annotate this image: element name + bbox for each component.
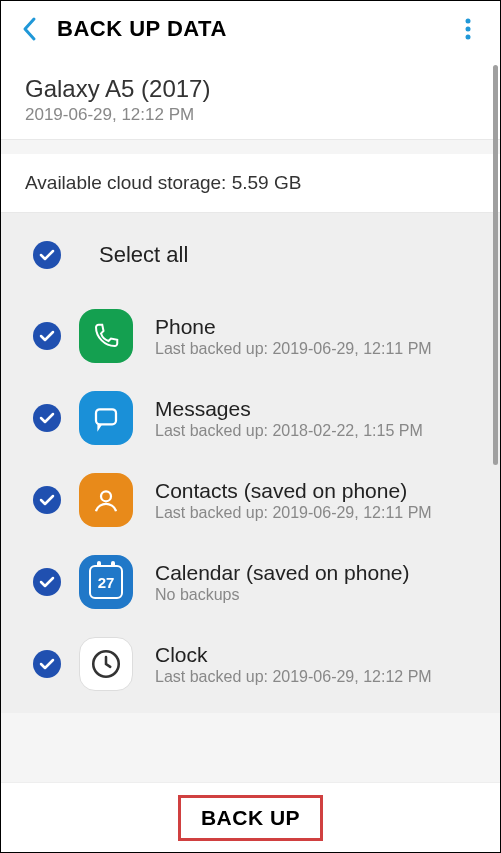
app-header: BACK UP DATA bbox=[1, 1, 500, 57]
list-item[interactable]: 27 Calendar (saved on phone) No backups bbox=[1, 541, 500, 623]
item-title: Messages bbox=[155, 397, 476, 421]
phone-icon bbox=[79, 309, 133, 363]
select-all-label: Select all bbox=[99, 242, 188, 268]
list-item[interactable]: Contacts (saved on phone) Last backed up… bbox=[1, 459, 500, 541]
item-text: Calendar (saved on phone) No backups bbox=[155, 561, 476, 604]
backup-list: Select all Phone Last backed up: 2019-06… bbox=[1, 213, 500, 713]
checkmark-icon bbox=[39, 658, 55, 670]
svg-point-0 bbox=[466, 19, 471, 24]
item-checkbox[interactable] bbox=[33, 404, 61, 432]
checkmark-icon bbox=[39, 249, 55, 261]
select-all-checkbox[interactable] bbox=[33, 241, 61, 269]
item-text: Messages Last backed up: 2018-02-22, 1:1… bbox=[155, 397, 476, 440]
item-subtitle: Last backed up: 2018-02-22, 1:15 PM bbox=[155, 422, 476, 440]
storage-label: Available cloud storage: 5.59 GB bbox=[25, 172, 301, 193]
storage-info: Available cloud storage: 5.59 GB bbox=[1, 154, 500, 213]
item-checkbox[interactable] bbox=[33, 486, 61, 514]
back-button[interactable] bbox=[9, 9, 49, 49]
item-checkbox[interactable] bbox=[33, 322, 61, 350]
item-checkbox[interactable] bbox=[33, 650, 61, 678]
clock-icon bbox=[79, 637, 133, 691]
list-item[interactable]: Phone Last backed up: 2019-06-29, 12:11 … bbox=[1, 295, 500, 377]
svg-rect-3 bbox=[96, 409, 116, 424]
scrollbar[interactable] bbox=[493, 65, 498, 465]
calendar-icon: 27 bbox=[79, 555, 133, 609]
list-item[interactable]: Clock Last backed up: 2019-06-29, 12:12 … bbox=[1, 623, 500, 705]
contacts-icon bbox=[79, 473, 133, 527]
svg-point-1 bbox=[466, 27, 471, 32]
footer: BACK UP bbox=[1, 782, 500, 852]
more-options-button[interactable] bbox=[448, 9, 488, 49]
item-title: Clock bbox=[155, 643, 476, 667]
backup-button-label: BACK UP bbox=[201, 806, 300, 829]
item-text: Clock Last backed up: 2019-06-29, 12:12 … bbox=[155, 643, 476, 686]
item-subtitle: Last backed up: 2019-06-29, 12:12 PM bbox=[155, 668, 476, 686]
checkmark-icon bbox=[39, 494, 55, 506]
item-subtitle: Last backed up: 2019-06-29, 12:11 PM bbox=[155, 340, 476, 358]
chevron-left-icon bbox=[20, 15, 38, 43]
more-vertical-icon bbox=[465, 18, 471, 40]
select-all-row[interactable]: Select all bbox=[1, 231, 500, 295]
checkmark-icon bbox=[39, 576, 55, 588]
list-item[interactable]: Messages Last backed up: 2018-02-22, 1:1… bbox=[1, 377, 500, 459]
item-text: Phone Last backed up: 2019-06-29, 12:11 … bbox=[155, 315, 476, 358]
item-subtitle: No backups bbox=[155, 586, 476, 604]
device-info: Galaxy A5 (2017) 2019-06-29, 12:12 PM bbox=[1, 57, 500, 140]
svg-point-4 bbox=[101, 491, 111, 501]
item-checkbox[interactable] bbox=[33, 568, 61, 596]
content-scroll[interactable]: Galaxy A5 (2017) 2019-06-29, 12:12 PM Av… bbox=[1, 57, 500, 782]
item-title: Contacts (saved on phone) bbox=[155, 479, 476, 503]
item-title: Phone bbox=[155, 315, 476, 339]
messages-icon bbox=[79, 391, 133, 445]
svg-point-2 bbox=[466, 35, 471, 40]
divider bbox=[1, 140, 500, 154]
item-title: Calendar (saved on phone) bbox=[155, 561, 476, 585]
backup-button[interactable]: BACK UP bbox=[178, 795, 323, 841]
device-timestamp: 2019-06-29, 12:12 PM bbox=[25, 105, 476, 125]
checkmark-icon bbox=[39, 412, 55, 424]
device-name: Galaxy A5 (2017) bbox=[25, 75, 476, 103]
item-subtitle: Last backed up: 2019-06-29, 12:11 PM bbox=[155, 504, 476, 522]
checkmark-icon bbox=[39, 330, 55, 342]
item-text: Contacts (saved on phone) Last backed up… bbox=[155, 479, 476, 522]
page-title: BACK UP DATA bbox=[57, 16, 448, 42]
